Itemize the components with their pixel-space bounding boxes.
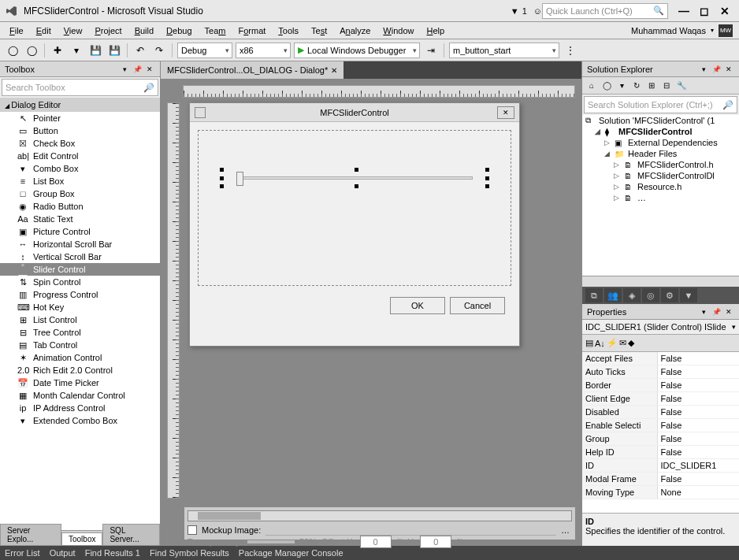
tab-server-explorer[interactable]: Server Explo... [0, 524, 61, 546]
feedback-icon[interactable]: ☺ [533, 6, 542, 16]
menu-format[interactable]: Format [232, 24, 272, 37]
toolbar-overflow-button[interactable]: ⋮ [563, 43, 578, 58]
toolbox-item[interactable]: ▾Combo Box [0, 162, 160, 175]
start-debug-button[interactable]: ▶Local Windows Debugger [294, 43, 420, 58]
tab-output[interactable]: Output [50, 548, 76, 558]
solution-view-button[interactable]: ⧉ [585, 288, 603, 302]
property-row[interactable]: Help IDFalse [582, 446, 739, 459]
property-row[interactable]: BorderFalse [582, 379, 739, 392]
panel-options-button[interactable]: ▾ [698, 64, 709, 75]
menu-tools[interactable]: Tools [272, 24, 305, 37]
step-button[interactable]: ⇥ [423, 43, 439, 58]
menu-help[interactable]: Help [420, 24, 451, 37]
tab-find-symbol[interactable]: Find Symbol Results [150, 548, 229, 558]
panel-close-button[interactable]: ✕ [723, 306, 734, 317]
solution-hscroll[interactable] [582, 276, 739, 287]
panel-options-button[interactable]: ▾ [119, 64, 130, 75]
properties-object-combo[interactable]: IDC_SLIDER1 (Slider Control) ISlide ▾ [582, 320, 739, 335]
new-project-button[interactable]: ✚ [50, 43, 65, 58]
menu-file[interactable]: File [3, 24, 30, 37]
property-row[interactable]: Accept FilesFalse [582, 352, 739, 365]
toolbox-item[interactable]: ⊞List Control [0, 313, 160, 326]
property-value[interactable]: False [658, 432, 739, 445]
property-value[interactable]: False [658, 473, 739, 485]
tab-sql-server[interactable]: SQL Server... [102, 524, 160, 546]
dialog-designer[interactable]: MFCSliderControl ✕ [161, 79, 581, 546]
toolbox-item[interactable]: ▾Extended Combo Box [0, 414, 160, 427]
pin-icon[interactable]: 📌 [711, 64, 722, 75]
property-row[interactable]: Auto TicksFalse [582, 365, 739, 379]
toolbox-item[interactable]: ⌨Hot Key [0, 301, 160, 313]
toolbox-item[interactable]: ⇅Spin Control [0, 276, 160, 288]
platform-combo[interactable]: x86 [236, 43, 291, 58]
offset-x-input[interactable]: 0 [360, 536, 392, 548]
property-value[interactable]: False [658, 446, 739, 458]
tree-project[interactable]: ◢⧫MFCSliderControl [582, 126, 739, 137]
quick-launch-input[interactable]: Quick Launch (Ctrl+Q) 🔍 [542, 3, 668, 19]
property-value[interactable]: False [658, 379, 739, 391]
nav-fwd-button[interactable]: ◯ [24, 43, 39, 58]
team-view-button[interactable]: 👥 [604, 288, 622, 302]
messages-button[interactable]: ✉ [619, 338, 626, 348]
menu-project[interactable]: Project [88, 24, 128, 37]
close-button[interactable]: ✕ [715, 3, 734, 19]
nav-back-button[interactable]: ◯ [5, 43, 20, 58]
avatar[interactable]: MW [719, 24, 733, 37]
designer-hscroll[interactable] [188, 510, 572, 521]
toolbox-item[interactable]: ✶Animation Control [0, 351, 160, 364]
tab-error-list[interactable]: Error List [5, 548, 40, 558]
toolbox-item[interactable]: ↖Pointer [0, 112, 160, 124]
toolbox-item[interactable]: ◉Radio Button [0, 200, 160, 213]
alphabetical-button[interactable]: A↓ [595, 339, 605, 348]
toolbox-item[interactable]: ▣Picture Control [0, 225, 160, 238]
property-value[interactable]: False [658, 352, 739, 365]
maximize-button[interactable]: ◻ [695, 3, 714, 19]
transparency-slider[interactable] [247, 540, 295, 543]
property-row[interactable]: Moving TypeNone [582, 486, 739, 499]
toolbox-search-input[interactable]: Search Toolbox 🔎 [2, 79, 158, 96]
offset-y-input[interactable]: 0 [420, 536, 451, 548]
categorized-button[interactable]: ▤ [585, 338, 593, 348]
config-combo[interactable]: Debug [177, 43, 232, 58]
tree-file[interactable]: ▷🗎… [582, 192, 739, 203]
toolbox-item[interactable]: ab|Edit Control [0, 150, 160, 162]
find-combo[interactable]: m_button_start [449, 43, 559, 58]
notifications[interactable]: ▼1 [511, 6, 527, 16]
toolbox-item[interactable]: ☒Check Box [0, 137, 160, 150]
tree-file[interactable]: ▷🗎MFCSliderControl.h [582, 159, 739, 170]
property-row[interactable]: DisabledFalse [582, 406, 739, 419]
solution-tree[interactable]: ⧉Solution 'MFCSliderControl' (1 ◢⧫MFCSli… [582, 115, 739, 276]
slider-thumb[interactable] [236, 172, 243, 186]
tree-solution[interactable]: ⧉Solution 'MFCSliderControl' (1 [582, 115, 739, 126]
toolbox-item[interactable]: ◦—Slider Control [0, 263, 160, 276]
toolbox-item[interactable]: ⊟Tree Control [0, 326, 160, 339]
toolbox-item[interactable]: ↔Horizontal Scroll Bar [0, 238, 160, 250]
slider-control[interactable] [222, 170, 487, 186]
redo-button[interactable]: ↷ [151, 43, 167, 58]
document-tab[interactable]: MFCSliderControl...OL_DIALOG - Dialog* ✕ [161, 61, 344, 79]
toolbox-item[interactable]: 2.0Rich Edit 2.0 Control [0, 364, 160, 376]
other-view-button[interactable]: ⚙ [661, 288, 678, 302]
properties-grid[interactable]: Accept FilesFalseAuto TicksFalseBorderFa… [582, 352, 739, 513]
toolbox-item[interactable]: ≡List Box [0, 175, 160, 187]
toolbox-item[interactable]: ▦Month Calendar Control [0, 389, 160, 402]
overrides-button[interactable]: ◆ [628, 338, 634, 348]
menu-window[interactable]: Window [377, 24, 420, 37]
toolbox-item[interactable]: ▤Tab Control [0, 339, 160, 351]
property-value[interactable]: False [658, 392, 739, 405]
undo-button[interactable]: ↶ [132, 43, 148, 58]
tree-header-files[interactable]: ◢📁Header Files [582, 148, 739, 159]
filter-button[interactable]: ▼ [680, 288, 697, 302]
dialog-window[interactable]: MFCSliderControl ✕ [189, 102, 520, 347]
user-name[interactable]: Muhammad Waqas [631, 26, 706, 35]
menu-test[interactable]: Test [305, 24, 333, 37]
tree-file[interactable]: ▷🗎MFCSliderControlDl [582, 170, 739, 181]
panel-options-button[interactable]: ▾ [698, 306, 709, 317]
panel-close-button[interactable]: ✕ [144, 64, 155, 75]
property-value[interactable]: False [658, 419, 739, 432]
save-all-button[interactable]: 💾 [106, 43, 122, 58]
events-button[interactable]: ⚡ [607, 338, 618, 348]
minimize-button[interactable]: — [674, 3, 693, 19]
mockup-path-input[interactable] [266, 525, 556, 536]
property-value[interactable]: False [658, 365, 739, 378]
